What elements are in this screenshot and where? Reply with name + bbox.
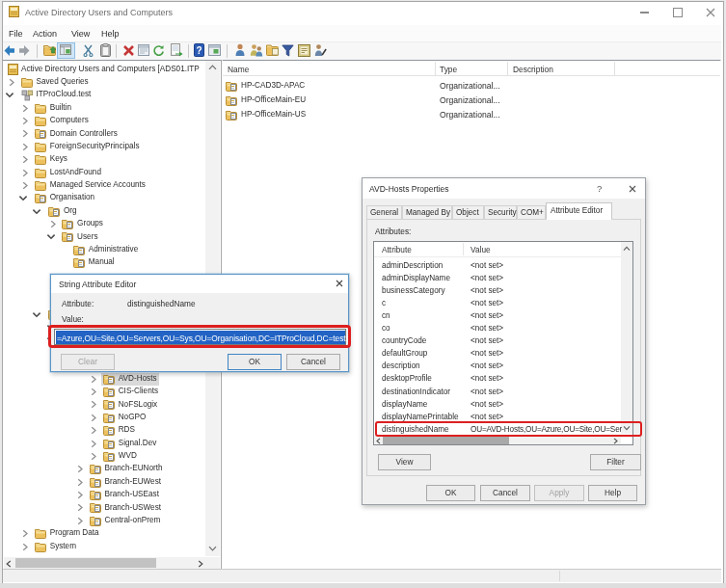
svg-text:?: ? [196, 45, 202, 56]
